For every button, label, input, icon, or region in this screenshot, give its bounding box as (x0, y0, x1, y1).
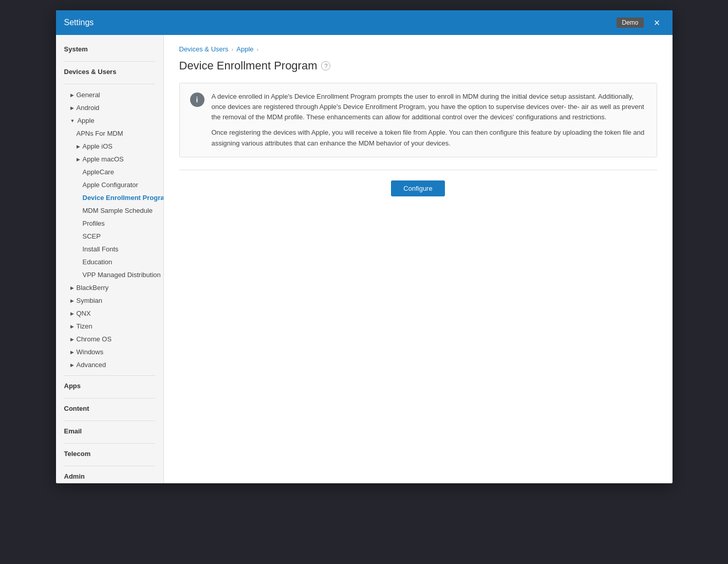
sidebar-item-windows[interactable]: ▶ Windows (56, 345, 163, 358)
modal-body: System Devices & Users ▶ General ▶ Andro… (56, 35, 673, 483)
modal-overlay: Settings Demo × System Devices & Users ▶… (0, 0, 728, 564)
sidebar-section-content[interactable]: Content (56, 403, 163, 416)
sidebar-label-windows: Windows (77, 348, 104, 356)
info-paragraph-1: A device enrolled in Apple's Device Enro… (212, 92, 646, 122)
sidebar-divider-email (64, 421, 155, 421)
sidebar: System Devices & Users ▶ General ▶ Andro… (56, 35, 164, 483)
main-content: Devices & Users › Apple › Device Enrollm… (164, 35, 673, 483)
sidebar-label-device-enrollment: Device Enrollment Program (83, 194, 164, 202)
sidebar-item-scep[interactable]: SCEP (56, 230, 163, 243)
expand-arrow-apple-ios: ▶ (77, 144, 80, 149)
sidebar-label-apple-ios: Apple iOS (83, 142, 113, 150)
expand-arrow-chrome-os: ▶ (70, 337, 74, 342)
sidebar-label-vpp: VPP Managed Distribution (83, 271, 161, 279)
sidebar-item-mdm-sample[interactable]: MDM Sample Schedule (56, 204, 163, 217)
breadcrumb-item-devices-users[interactable]: Devices & Users (179, 45, 229, 53)
settings-modal: Settings Demo × System Devices & Users ▶… (56, 10, 673, 483)
breadcrumb-sep-1: › (232, 46, 234, 52)
sidebar-item-vpp[interactable]: VPP Managed Distribution (56, 268, 163, 281)
sidebar-item-apple[interactable]: ▼ Apple (56, 114, 163, 127)
expand-arrow-android: ▶ (70, 105, 74, 111)
close-icon: × (654, 17, 660, 28)
expand-arrow-general: ▶ (70, 93, 74, 98)
breadcrumb-item-apple[interactable]: Apple (236, 45, 253, 53)
expand-arrow-windows: ▶ (70, 350, 74, 355)
sidebar-section-system: System (56, 43, 163, 57)
demo-badge: Demo (617, 17, 643, 28)
sidebar-item-applecare[interactable]: AppleCare (56, 166, 163, 178)
sidebar-divider-system (64, 61, 155, 62)
sidebar-divider-telecom (64, 443, 155, 444)
sidebar-label-android: Android (77, 104, 100, 112)
sidebar-item-apple-ios[interactable]: ▶ Apple iOS (56, 140, 163, 153)
sidebar-divider-devices (64, 84, 155, 84)
breadcrumb-sep-2: › (257, 46, 259, 52)
sidebar-section-telecom[interactable]: Telecom (56, 448, 163, 462)
expand-arrow-apple-macos: ▶ (77, 157, 80, 162)
sidebar-item-device-enrollment[interactable]: Device Enrollment Program (56, 191, 163, 204)
sidebar-label-applecare: AppleCare (83, 168, 114, 176)
sidebar-item-apple-configurator[interactable]: Apple Configurator (56, 178, 163, 191)
content-divider (179, 170, 657, 170)
sidebar-item-qnx[interactable]: ▶ QNX (56, 307, 163, 320)
sidebar-section-admin[interactable]: Admin (56, 470, 163, 483)
sidebar-label-scep: SCEP (83, 232, 101, 240)
sidebar-item-symbian[interactable]: ▶ Symbian (56, 294, 163, 307)
modal-close-button[interactable]: × (650, 15, 664, 30)
expand-arrow-apple: ▼ (70, 118, 75, 123)
info-text: A device enrolled in Apple's Device Enro… (212, 92, 646, 149)
page-title-text: Device Enrollment Program (179, 59, 318, 72)
sidebar-label-apple-configurator: Apple Configurator (83, 181, 138, 189)
sidebar-divider-admin (64, 466, 155, 466)
configure-button[interactable]: Configure (391, 180, 444, 196)
sidebar-divider-content (64, 398, 155, 398)
sidebar-label-advanced: Advanced (77, 361, 106, 369)
info-box: i A device enrolled in Apple's Device En… (179, 83, 657, 157)
sidebar-item-advanced[interactable]: ▶ Advanced (56, 358, 163, 371)
help-icon[interactable]: ? (321, 61, 330, 70)
sidebar-label-education: Education (83, 258, 113, 266)
sidebar-label-tizen: Tizen (77, 322, 92, 330)
sidebar-label-apns: APNs For MDM (77, 130, 123, 137)
sidebar-item-install-fonts[interactable]: Install Fonts (56, 243, 163, 256)
expand-arrow-tizen: ▶ (70, 324, 74, 329)
sidebar-label-qnx: QNX (77, 310, 91, 317)
sidebar-label-general: General (77, 91, 100, 99)
sidebar-item-blackberry[interactable]: ▶ BlackBerry (56, 281, 163, 294)
sidebar-label-profiles: Profiles (83, 220, 105, 227)
sidebar-label-apple: Apple (77, 117, 94, 124)
sidebar-item-apns[interactable]: APNs For MDM (56, 127, 163, 140)
expand-arrow-qnx: ▶ (70, 311, 74, 316)
sidebar-item-apple-macos[interactable]: ▶ Apple macOS (56, 153, 163, 166)
page-title: Device Enrollment Program ? (179, 59, 657, 72)
info-paragraph-2: Once registering the devices with Apple,… (212, 128, 646, 148)
sidebar-label-chrome-os: Chrome OS (77, 335, 112, 343)
sidebar-label-install-fonts: Install Fonts (83, 245, 119, 253)
sidebar-item-profiles[interactable]: Profiles (56, 217, 163, 230)
sidebar-section-devices-users: Devices & Users (56, 66, 163, 80)
sidebar-label-mdm-sample: MDM Sample Schedule (83, 207, 153, 214)
sidebar-label-apple-macos: Apple macOS (83, 155, 124, 163)
sidebar-label-symbian: Symbian (77, 297, 103, 304)
expand-arrow-advanced: ▶ (70, 362, 74, 368)
info-icon: i (190, 93, 204, 107)
sidebar-section-apps[interactable]: Apps (56, 380, 163, 394)
sidebar-item-chrome-os[interactable]: ▶ Chrome OS (56, 333, 163, 345)
breadcrumb: Devices & Users › Apple › (179, 45, 657, 53)
sidebar-item-education[interactable]: Education (56, 256, 163, 268)
sidebar-item-general[interactable]: ▶ General (56, 88, 163, 101)
sidebar-label-blackberry: BlackBerry (77, 284, 109, 292)
sidebar-divider-apps (64, 375, 155, 376)
expand-arrow-symbian: ▶ (70, 298, 74, 303)
expand-arrow-blackberry: ▶ (70, 285, 74, 290)
sidebar-item-android[interactable]: ▶ Android (56, 101, 163, 114)
sidebar-section-email[interactable]: Email (56, 425, 163, 439)
sidebar-item-tizen[interactable]: ▶ Tizen (56, 320, 163, 333)
modal-title: Settings (64, 18, 617, 27)
modal-header: Settings Demo × (56, 10, 673, 35)
